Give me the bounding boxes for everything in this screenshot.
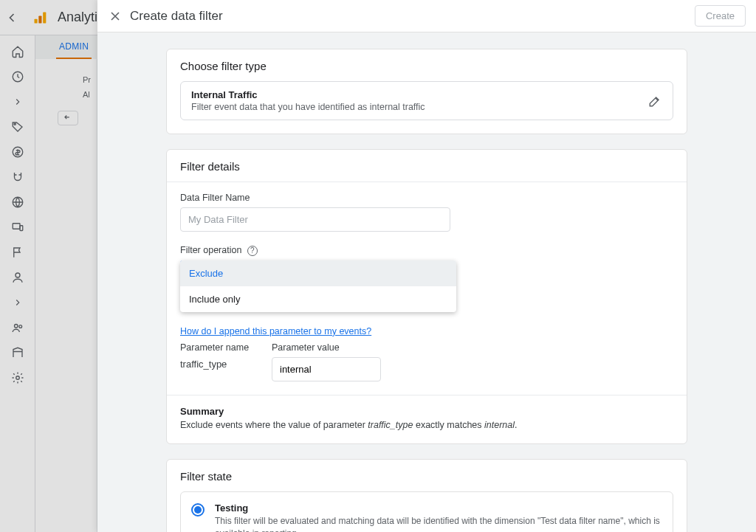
param-name-label: Parameter name — [180, 342, 254, 353]
drawer-header: Create data filter Create — [97, 0, 756, 32]
filter-type-desc: Filter event data that you have identifi… — [191, 102, 637, 112]
close-icon[interactable] — [105, 6, 126, 27]
filter-type-option[interactable]: Internal Traffic Filter event data that … — [180, 81, 673, 120]
radio-icon[interactable] — [191, 503, 205, 517]
filter-type-heading: Choose filter type — [167, 49, 687, 81]
filter-name-label: Data Filter Name — [180, 193, 673, 203]
help-link[interactable]: How do I append this parameter to my eve… — [180, 326, 371, 336]
state-desc: This filter will be evaluated and matchi… — [215, 515, 662, 532]
filter-type-card: Choose filter type Internal Traffic Filt… — [166, 49, 687, 134]
summary-text: Exclude events where the value of parame… — [180, 420, 673, 430]
help-icon[interactable]: ? — [247, 246, 258, 256]
filter-op-dropdown: Exclude Include only — [180, 260, 456, 312]
filter-type-name: Internal Traffic — [191, 89, 637, 100]
filter-op-select[interactable]: Exclude Include only — [180, 260, 452, 287]
create-filter-drawer: Create data filter Create Choose filter … — [97, 0, 756, 532]
filter-state-card: Filter state Testing This filter will be… — [166, 459, 687, 532]
create-button[interactable]: Create — [695, 5, 746, 27]
filter-state-list: Testing This filter will be evaluated an… — [180, 491, 673, 532]
drawer-title: Create data filter — [130, 9, 695, 24]
pencil-icon[interactable] — [647, 94, 662, 108]
param-value-label: Parameter value — [272, 342, 381, 353]
dropdown-option-exclude[interactable]: Exclude — [180, 260, 456, 286]
filter-details-card: Filter details Data Filter Name Filter o… — [166, 149, 687, 444]
filter-details-heading: Filter details — [167, 150, 687, 182]
param-value-input[interactable] — [272, 357, 381, 381]
filter-op-label: Filter operation ? — [180, 245, 673, 256]
filter-name-input[interactable] — [180, 207, 450, 232]
param-name-value: traffic_type — [180, 353, 254, 376]
state-option-testing[interactable]: Testing This filter will be evaluated an… — [181, 492, 673, 532]
drawer-body: Choose filter type Internal Traffic Filt… — [97, 32, 756, 532]
dropdown-option-include-only[interactable]: Include only — [180, 286, 456, 312]
summary-title: Summary — [180, 406, 673, 417]
filter-state-heading: Filter state — [167, 460, 687, 491]
state-title: Testing — [215, 502, 662, 514]
